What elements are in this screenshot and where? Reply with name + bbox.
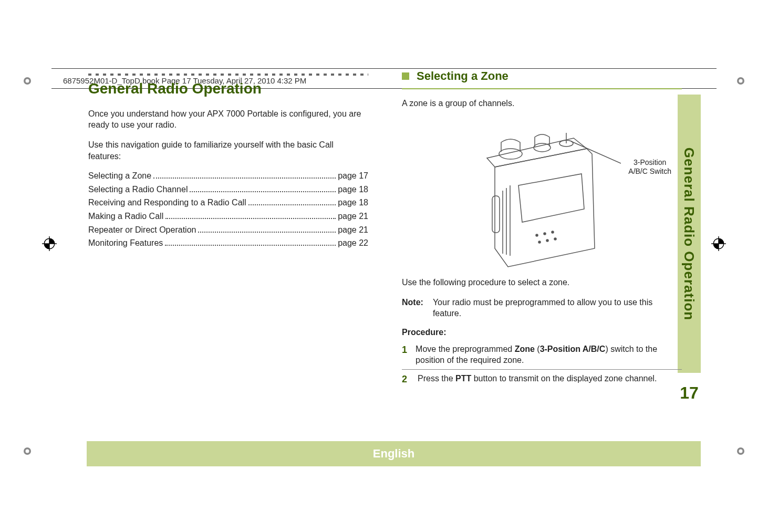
- toc-row: Receiving and Responding to a Radio Call…: [88, 197, 368, 208]
- toc-leader-dots: [165, 245, 336, 246]
- toc-label: Receiving and Responding to a Radio Call: [88, 197, 246, 208]
- registration-mark-icon: [711, 236, 726, 251]
- svg-point-27: [552, 231, 554, 233]
- subsection-title: Selecting a Zone: [417, 68, 508, 84]
- step-text-part: Press the: [418, 374, 455, 383]
- intro-paragraph-2: Use this navigation guide to familiarize…: [88, 139, 368, 162]
- note-label: Note:: [402, 297, 423, 319]
- toc-page: page 18: [338, 197, 368, 208]
- radio-top-illustration: 3-Position A/B/C Switch: [402, 117, 682, 269]
- step-number: 1: [402, 343, 408, 366]
- toc-row: Repeater or Direct Operation page 21: [88, 224, 368, 236]
- right-column: Selecting a Zone A zone is a group of ch…: [402, 68, 682, 436]
- step-text: Move the preprogrammed Zone (3-Position …: [416, 343, 682, 366]
- callout-line1: 3-Position: [628, 158, 671, 167]
- toc-list: Selecting a Zone page 17 Selecting a Rad…: [88, 170, 368, 249]
- note-text: Your radio must be preprogrammed to allo…: [433, 297, 682, 319]
- procedure-step: 1 Move the preprogrammed Zone (3-Positio…: [402, 343, 682, 370]
- svg-line-20: [571, 141, 621, 163]
- title-dash-rule: [88, 74, 368, 76]
- toc-page: page 21: [338, 224, 368, 236]
- toc-label: Monitoring Features: [88, 237, 163, 249]
- toc-page: page 21: [338, 211, 368, 222]
- toc-page: page 18: [338, 184, 368, 195]
- svg-point-30: [554, 238, 556, 240]
- toc-leader-dots: [190, 191, 336, 192]
- svg-point-29: [546, 239, 548, 242]
- switch-callout: 3-Position A/B/C Switch: [628, 158, 671, 176]
- step-text-bold: Zone: [515, 345, 535, 353]
- svg-point-5: [26, 450, 29, 453]
- language-label: English: [373, 447, 414, 461]
- toc-leader-dots: [165, 218, 336, 219]
- step-text-bold: 3-Position A/B/C: [540, 345, 606, 353]
- subsection-rule: [402, 88, 682, 89]
- subsection-heading: Selecting a Zone: [402, 68, 682, 84]
- manual-page: 6875952M01-D_TopD.book Page 17 Tuesday, …: [0, 0, 768, 532]
- toc-row: Selecting a Zone page 17: [88, 170, 368, 182]
- toc-row: Selecting a Radio Channel page 18: [88, 184, 368, 195]
- svg-point-1: [26, 79, 29, 83]
- crop-mark-icon: [733, 444, 748, 458]
- toc-leader-dots: [198, 232, 336, 233]
- intro-paragraph-1: Once you understand how your APX 7000 Po…: [88, 108, 368, 131]
- svg-point-7: [739, 450, 743, 453]
- note-block: Note: Your radio must be preprogrammed t…: [402, 297, 682, 319]
- toc-leader-dots: [248, 204, 336, 205]
- toc-label: Making a Radio Call: [88, 211, 163, 222]
- bullet-square-icon: [402, 72, 409, 80]
- toc-label: Selecting a Radio Channel: [88, 184, 188, 195]
- svg-point-18: [534, 143, 551, 152]
- toc-row: Making a Radio Call page 21: [88, 211, 368, 222]
- toc-page: page 17: [338, 170, 368, 182]
- registration-mark-icon: [42, 236, 57, 251]
- step-text: Press the PTT button to transmit on the …: [418, 373, 657, 385]
- section-title: General Radio Operation: [88, 79, 368, 99]
- svg-point-25: [536, 234, 538, 236]
- toc-leader-dots: [153, 178, 336, 179]
- svg-point-3: [739, 79, 743, 83]
- radio-illustration-icon: [463, 117, 621, 269]
- zone-intro: A zone is a group of channels.: [402, 98, 682, 109]
- step-text-part: button to transmit on the displayed zone…: [471, 374, 657, 383]
- step-number: 2: [402, 373, 410, 385]
- step-text-part: Move the preprogrammed: [416, 345, 515, 353]
- language-bar: English: [87, 441, 701, 466]
- svg-point-28: [538, 241, 541, 243]
- content-area: General Radio Operation Once you underst…: [88, 68, 682, 436]
- crop-mark-icon: [733, 74, 748, 88]
- left-column: General Radio Operation Once you underst…: [88, 68, 368, 436]
- section-tab-label: General Radio Operation: [681, 147, 698, 320]
- procedure-step: 2 Press the PTT button to transmit on th…: [402, 373, 682, 389]
- step-text-bold: PTT: [455, 374, 471, 383]
- use-procedure-text: Use the following procedure to select a …: [402, 277, 682, 288]
- toc-label: Repeater or Direct Operation: [88, 224, 196, 236]
- svg-point-26: [544, 233, 546, 235]
- svg-rect-24: [492, 196, 500, 233]
- toc-label: Selecting a Zone: [88, 170, 151, 182]
- callout-line2: A/B/C Switch: [628, 167, 671, 176]
- crop-mark-icon: [20, 444, 35, 458]
- toc-page: page 22: [338, 237, 368, 249]
- svg-point-17: [499, 149, 522, 159]
- toc-row: Monitoring Features page 22: [88, 237, 368, 249]
- step-text-part: (: [535, 345, 540, 353]
- crop-mark-icon: [20, 74, 35, 88]
- procedure-label: Procedure:: [402, 327, 682, 338]
